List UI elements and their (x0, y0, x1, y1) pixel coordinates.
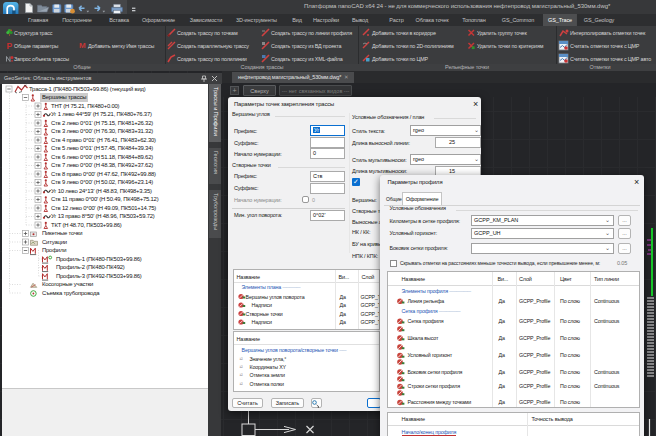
svg-text:Р: Р (7, 41, 13, 51)
svg-text:М: М (79, 41, 86, 50)
